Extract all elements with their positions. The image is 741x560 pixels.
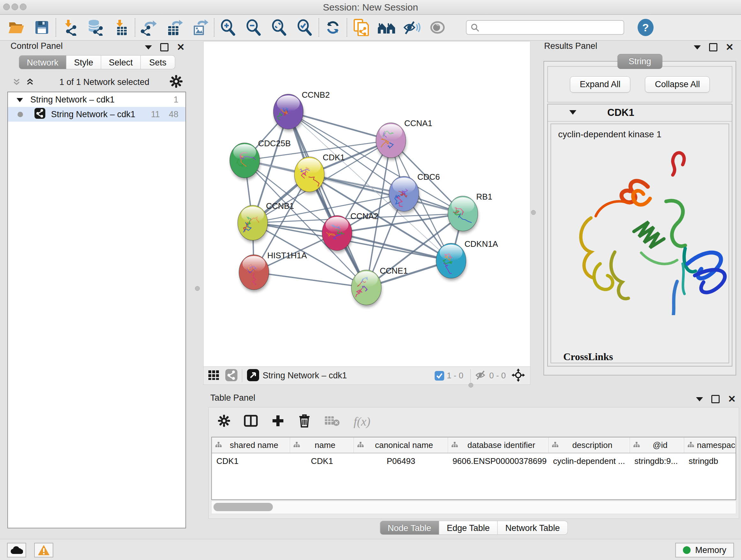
node-ccna1[interactable] (376, 123, 406, 160)
home-layout-icon[interactable] (377, 18, 396, 37)
help-icon[interactable]: ? (637, 19, 654, 36)
delete-table-icon (324, 415, 340, 428)
crosslinks-section: CrossLinks Uniprot:P06493GeneCard:P06493… (563, 351, 729, 363)
save-session-icon[interactable] (32, 18, 51, 37)
control-tab-style[interactable]: Style (66, 55, 101, 69)
export-network-icon[interactable] (140, 18, 158, 37)
section-expander-icon[interactable] (569, 110, 577, 116)
collapse-all-icon[interactable] (12, 78, 21, 86)
grid-view-icon[interactable] (208, 369, 219, 382)
string-results-box: Expand All Collapse All CDK1 cyclin-depe… (543, 61, 736, 375)
delete-column-icon[interactable] (298, 414, 311, 429)
float-panel-icon[interactable] (709, 43, 718, 51)
control-tab-network[interactable]: Network (19, 55, 66, 69)
zoom-in-icon[interactable] (219, 18, 238, 37)
gear-icon[interactable] (170, 75, 183, 89)
node-cdk1[interactable] (294, 157, 325, 194)
node-cdc25b[interactable] (230, 143, 260, 180)
zoom-fit-icon[interactable] (270, 18, 288, 37)
control-tab-sets[interactable]: Sets (141, 55, 175, 69)
table-tab-node-table[interactable]: Node Table (380, 521, 439, 535)
warnings-button[interactable] (34, 543, 53, 557)
table-tab-edge-table[interactable]: Edge Table (439, 521, 498, 535)
tree-expander-icon[interactable] (16, 95, 23, 105)
column-header-canonical-name[interactable]: canonical name (354, 437, 448, 453)
panel-menu-icon[interactable] (145, 45, 152, 50)
expand-all-icon[interactable] (26, 78, 34, 86)
close-panel-icon[interactable]: ✕ (177, 44, 185, 51)
birdseye-icon[interactable] (512, 368, 525, 383)
open-session-icon[interactable] (7, 18, 25, 37)
zoom-selected-icon[interactable] (295, 18, 314, 37)
node-cdkn1a[interactable] (436, 243, 467, 281)
hidden-count: 0 - 0 (489, 371, 506, 381)
network-edge-count: 48 (169, 110, 179, 119)
node-ccna2[interactable] (322, 215, 352, 253)
scrollbar-thumb[interactable] (213, 503, 273, 511)
table-cell[interactable]: cyclin-dependent ... (549, 456, 630, 466)
column-header-name[interactable]: name (290, 437, 354, 453)
node-ccne1[interactable] (351, 270, 382, 307)
results-panel-header-icons: ✕ (694, 43, 734, 51)
panel-menu-icon[interactable] (694, 45, 701, 50)
table-cell[interactable]: CDK1 (212, 456, 290, 466)
table-cell[interactable]: 9606.ENSP00000378699 (448, 456, 549, 466)
gene-section-header[interactable]: CDK1 (548, 105, 732, 122)
close-panel-icon[interactable]: ✕ (728, 396, 736, 402)
import-network-icon[interactable] (61, 18, 79, 37)
table-cell[interactable]: stringdb:9... (630, 456, 684, 466)
memory-button[interactable]: Memory (675, 543, 734, 557)
table-cell[interactable]: stringdb (684, 456, 736, 466)
table-horizontal-scrollbar[interactable] (211, 501, 736, 514)
right-splitter-handle[interactable] (531, 210, 536, 215)
hide-selected-icon[interactable] (403, 18, 421, 37)
node-table[interactable]: shared namenamecanonical namedatabase id… (211, 437, 736, 500)
detach-view-icon[interactable] (247, 369, 259, 383)
export-table-icon[interactable] (165, 18, 184, 37)
table-row[interactable]: CDK1CDK1P064939606.ENSP00000378699cyclin… (212, 453, 736, 469)
cloud-button[interactable] (7, 543, 26, 557)
network-row[interactable]: String Network – cdk1 11 48 (8, 107, 185, 122)
node-label-ccnb1: CCNB1 (266, 201, 294, 210)
network-canvas[interactable]: CCNB2CCNA1CDC25BCDK1CDC6RB1CCNB1CCNA2CDK… (204, 42, 530, 367)
import-database-icon[interactable] (86, 18, 105, 37)
table-tabs: Node TableEdge TableNetwork Table (380, 521, 568, 535)
node-rb1[interactable] (448, 196, 478, 233)
horizontal-splitter-handle[interactable] (468, 383, 473, 388)
export-image-icon[interactable] (191, 18, 209, 37)
selected-checkbox-icon[interactable] (434, 371, 444, 381)
crosslinks-title: CrossLinks (563, 351, 729, 363)
column-header-description[interactable]: description (549, 437, 630, 453)
node-ccnb1[interactable] (238, 205, 268, 243)
node-ccnb2[interactable] (273, 94, 304, 132)
cytoscape-window: Session: New Session (0, 0, 741, 560)
tab-string[interactable]: String (617, 54, 663, 69)
expand-all-button[interactable]: Expand All (570, 76, 630, 92)
column-header-database-identifier[interactable]: database identifier (448, 437, 549, 453)
float-panel-icon[interactable] (711, 395, 720, 403)
refresh-icon[interactable] (324, 18, 342, 37)
node-hist1h1a[interactable] (239, 255, 269, 292)
float-panel-icon[interactable] (160, 43, 169, 51)
zoom-out-icon[interactable] (245, 18, 263, 37)
clone-network-icon[interactable] (352, 18, 370, 37)
show-columns-icon[interactable] (244, 415, 258, 428)
column-header-namespace[interactable]: namespace (684, 437, 736, 453)
panel-menu-icon[interactable] (696, 397, 703, 401)
import-table-icon[interactable] (112, 18, 130, 37)
table-cell[interactable]: CDK1 (290, 456, 354, 466)
show-all-icon[interactable] (428, 18, 447, 37)
collapse-all-button[interactable]: Collapse All (645, 76, 710, 92)
close-panel-icon[interactable]: ✕ (726, 44, 734, 51)
column-header-shared-name[interactable]: shared name (212, 437, 290, 453)
left-splitter-handle[interactable] (195, 286, 200, 291)
table-cell[interactable]: P06493 (354, 456, 448, 466)
add-column-icon[interactable] (271, 414, 285, 429)
table-settings-gear-icon[interactable] (218, 415, 230, 428)
network-collection-row[interactable]: String Network – cdk1 1 (8, 92, 185, 107)
network-share-icon[interactable] (225, 369, 238, 382)
column-header-id[interactable]: @id (630, 437, 684, 453)
table-tab-network-table[interactable]: Network Table (498, 521, 568, 535)
search-input[interactable] (466, 20, 624, 35)
control-tab-select[interactable]: Select (101, 55, 141, 69)
